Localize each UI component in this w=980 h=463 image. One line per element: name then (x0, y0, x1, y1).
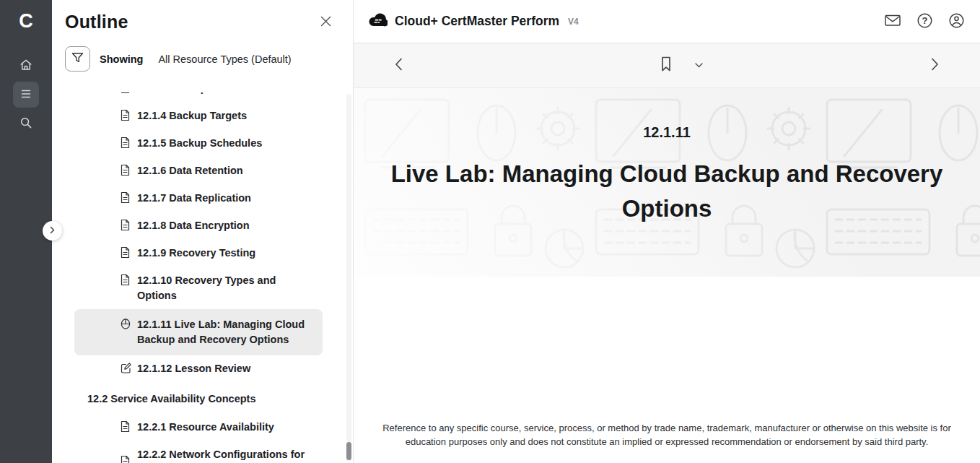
document-icon (120, 246, 132, 261)
disclaimer: Reference to any specific course, servic… (354, 422, 980, 449)
search-icon (19, 116, 33, 132)
messages-button[interactable] (883, 12, 902, 31)
outline-item[interactable]: 12.1.7 Data Replication (74, 185, 323, 212)
profile-icon (948, 12, 965, 31)
funnel-icon (71, 51, 84, 67)
search-button[interactable] (13, 111, 39, 137)
bookmark-icon (660, 64, 673, 75)
next-lesson-button[interactable] (927, 54, 942, 77)
previous-lesson-button[interactable] (391, 54, 406, 77)
product-title: Cloud+ CertMaster Perform (395, 14, 559, 29)
outline-scrollbar-thumb[interactable] (346, 442, 351, 460)
document-icon (120, 137, 132, 152)
outline-item-selected[interactable]: 12.1.11 Live Lab: Managing Cloud Backup … (74, 309, 323, 355)
outline-item[interactable]: 12.2.1 Resource Availability (74, 414, 323, 441)
outline-toggle-button[interactable] (13, 82, 39, 108)
outline-item[interactable]: 12.1.9 Recovery Testing (74, 240, 323, 267)
document-icon (120, 274, 132, 289)
document-icon (120, 455, 132, 463)
product-version: V4 (568, 17, 579, 27)
outline-item[interactable]: 12.1.12 Lesson Review (74, 355, 323, 383)
main-content: Cloud+ CertMaster Perform V4 ? (354, 0, 980, 463)
disclaimer-text: Reference to any specific course, servic… (381, 422, 953, 449)
bookmark-button[interactable] (657, 53, 675, 78)
bookmark-menu-button[interactable] (691, 57, 706, 74)
outline-item[interactable]: 12.1.8 Data Encryption (74, 212, 323, 240)
outline-scrollbar[interactable] (346, 94, 351, 462)
outline-item[interactable]: 12.1.10 Recovery Types and Options (74, 267, 323, 309)
app-header: Cloud+ CertMaster Perform V4 ? (354, 0, 980, 43)
document-icon (120, 164, 132, 179)
outline-item[interactable]: 12.1.5 Backup Schedules (74, 130, 323, 157)
outline-item[interactable]: 12.2.2 Network Configurations for Resour… (74, 441, 323, 463)
lesson-title: Live Lab: Managing Cloud Backup and Reco… (354, 157, 980, 226)
mouse-icon (120, 318, 132, 333)
edit-icon (120, 362, 132, 377)
lesson-nav (354, 43, 980, 88)
lesson-number: 12.1.11 (354, 124, 980, 141)
document-icon (120, 219, 132, 234)
outline-item[interactable]: 12.1.6 Data Retention (74, 157, 323, 185)
svg-text:?: ? (922, 15, 927, 26)
outline-panel: Outline Showing All Resource Types (Defa… (52, 0, 354, 463)
cloud-icon (368, 12, 388, 30)
expand-panel-button[interactable] (43, 221, 62, 241)
filter-button[interactable] (65, 46, 90, 72)
showing-label: Showing (100, 53, 143, 65)
filter-row: Showing All Resource Types (Default) (52, 33, 353, 80)
help-icon: ? (916, 12, 933, 31)
menu-icon (19, 87, 33, 103)
chevron-right-icon (48, 225, 56, 236)
document-icon (120, 92, 132, 97)
comptia-logo: C (19, 9, 33, 33)
filter-value: All Resource Types (Default) (158, 53, 291, 65)
lesson-hero-banner: 12.1.11 Live Lab: Managing Cloud Backup … (354, 88, 980, 277)
chevron-left-icon (394, 63, 403, 74)
home-icon (19, 58, 33, 74)
document-icon (120, 109, 132, 124)
document-icon (120, 191, 132, 207)
chevron-down-icon (694, 60, 704, 71)
document-icon (120, 420, 132, 436)
chevron-right-icon (930, 63, 940, 74)
close-icon (319, 20, 333, 30)
outline-list: 12.1.3 Backup Locations 12.1.4 Backup Ta… (52, 92, 353, 463)
outline-section-header[interactable]: 12.2 Service Availability Concepts (74, 386, 323, 412)
account-button[interactable] (947, 12, 966, 31)
outline-item[interactable]: 12.1.3 Backup Locations (74, 92, 323, 103)
close-outline-button[interactable] (318, 13, 334, 32)
help-button[interactable]: ? (915, 12, 934, 31)
mail-icon (884, 13, 901, 30)
outline-item[interactable]: 12.1.4 Backup Targets (74, 103, 323, 130)
home-button[interactable] (13, 53, 39, 79)
outline-title: Outline (65, 12, 128, 33)
